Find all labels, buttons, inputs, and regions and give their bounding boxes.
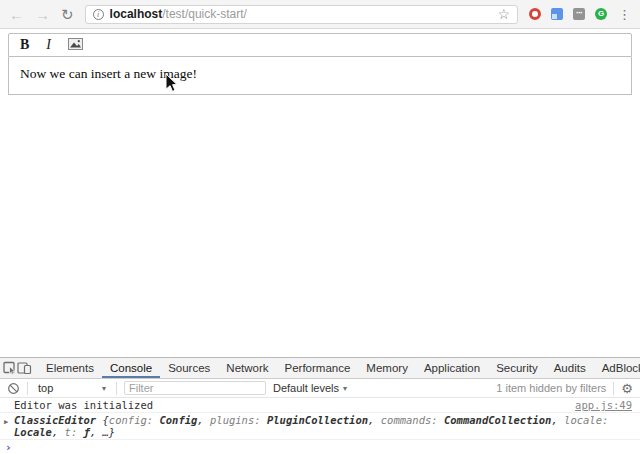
editor-text: Now we can insert a new image! <box>20 66 197 81</box>
tab-performance[interactable]: Performance <box>277 358 359 378</box>
toolbar-separator <box>613 382 614 395</box>
rich-text-editor: B I Now we can insert a new image! <box>8 33 632 95</box>
url-text[interactable]: localhost/test/quick-start/ <box>110 7 247 21</box>
reload-icon[interactable]: ↻ <box>61 7 74 22</box>
console-messages: Editor was initialized app.js:49 ▶ Class… <box>0 398 640 454</box>
prompt-chevron-icon: › <box>5 442 12 453</box>
devtools-tabs: ElementsConsoleSourcesNetworkPerformance… <box>38 358 640 378</box>
tab-elements[interactable]: Elements <box>38 358 102 378</box>
console-object-row: ▶ ClassicEditor {config: Config, plugins… <box>0 413 640 440</box>
device-toolbar-icon[interactable] <box>17 358 32 378</box>
tab-memory[interactable]: Memory <box>358 358 416 378</box>
url-path: /test/quick-start/ <box>162 7 247 21</box>
insert-image-button[interactable] <box>68 38 83 53</box>
object-preview[interactable]: ClassicEditor {config: Config, plugins: … <box>14 414 632 438</box>
forward-icon[interactable]: → <box>35 7 50 22</box>
bold-button[interactable]: B <box>20 38 29 52</box>
image-icon <box>68 38 83 53</box>
extension-icons: ··· G <box>529 8 607 20</box>
devtools-tabbar: ElementsConsoleSourcesNetworkPerformance… <box>0 358 640 379</box>
tab-sources[interactable]: Sources <box>160 358 218 378</box>
tab-adblock[interactable]: AdBlock <box>594 358 640 378</box>
tab-security[interactable]: Security <box>488 358 546 378</box>
devtools-panel: ElementsConsoleSourcesNetworkPerformance… <box>0 357 640 454</box>
chrome-menu-icon[interactable]: ⋮ <box>618 8 631 21</box>
console-toolbar: top ▾ Default levels ▾ 1 item hidden by … <box>0 379 640 398</box>
tab-application[interactable]: Application <box>416 358 488 378</box>
extension-blue-icon[interactable] <box>551 8 563 20</box>
page-info-icon[interactable]: i <box>93 9 104 20</box>
source-link[interactable]: app.js:49 <box>575 399 632 411</box>
browser-toolbar: ← → ↻ i localhost/test/quick-start/ ☆ ··… <box>0 0 640 29</box>
tab-audits[interactable]: Audits <box>546 358 594 378</box>
grammarly-icon[interactable]: G <box>595 8 607 20</box>
extension-dots-icon[interactable]: ··· <box>573 8 585 20</box>
object-preview-body: {config: Config, plugins: PluginCollecti… <box>14 414 608 438</box>
console-log-row: Editor was initialized app.js:49 <box>0 398 640 413</box>
console-prompt[interactable]: › <box>0 440 640 454</box>
context-selector[interactable]: top ▾ <box>35 382 109 394</box>
log-levels-selector[interactable]: Default levels ▾ <box>273 382 347 394</box>
tab-network[interactable]: Network <box>218 358 276 378</box>
url-host: localhost <box>110 7 163 21</box>
console-settings-gear-icon[interactable]: ⚙ <box>621 382 633 395</box>
disclosure-triangle-icon[interactable]: ▶ <box>4 416 8 428</box>
log-message: Editor was initialized <box>14 399 153 411</box>
chevron-down-icon: ▾ <box>343 384 347 393</box>
address-bar[interactable]: i localhost/test/quick-start/ ☆ <box>85 5 518 24</box>
tab-console[interactable]: Console <box>102 358 160 378</box>
log-levels-label: Default levels <box>273 382 339 394</box>
console-filter-input[interactable] <box>124 381 266 395</box>
toolbar-separator <box>27 382 28 395</box>
context-label: top <box>38 382 53 394</box>
toolbar-separator <box>116 382 117 395</box>
object-class-name: ClassicEditor <box>14 414 96 426</box>
page-content: B I Now we can insert a new image! <box>0 33 640 359</box>
back-icon[interactable]: ← <box>9 7 24 22</box>
extension-red-icon[interactable] <box>529 8 541 20</box>
editor-content[interactable]: Now we can insert a new image! <box>8 57 632 95</box>
inspect-element-icon[interactable] <box>3 358 17 378</box>
editor-toolbar: B I <box>8 33 632 57</box>
hidden-items-info: 1 item hidden by filters <box>496 382 606 394</box>
clear-console-icon[interactable] <box>7 382 20 395</box>
chevron-down-icon: ▾ <box>102 384 106 393</box>
bookmark-star-icon[interactable]: ☆ <box>497 7 510 21</box>
italic-button[interactable]: I <box>46 38 51 52</box>
